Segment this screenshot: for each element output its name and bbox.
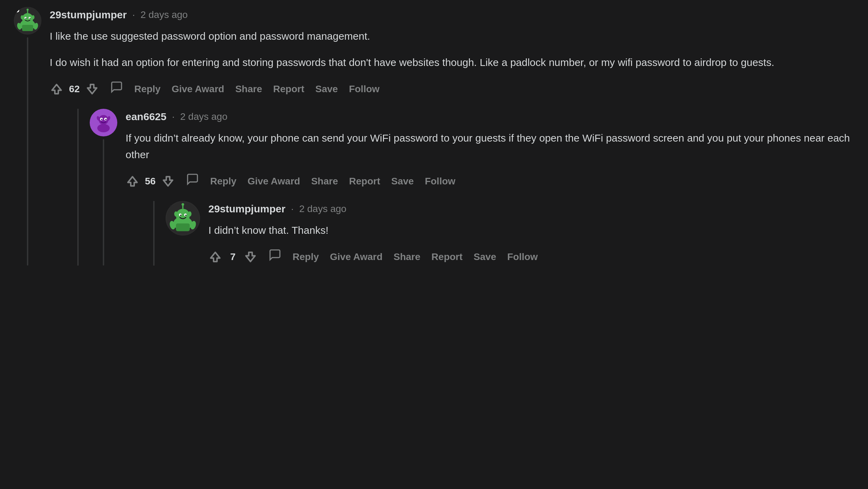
nested-comment: 29stumpjumper · 2 days ago I didn’t know… [153,201,854,266]
svg-point-15 [99,115,108,125]
downvote-button[interactable] [161,174,175,188]
comment-icon [186,173,199,190]
avatar [166,201,200,236]
comment-content: ean6625 · 2 days ago If you didn’t alrea… [126,109,854,266]
downvote-button[interactable] [244,250,257,264]
timestamp: 2 days ago [299,202,346,216]
give-award-button[interactable]: Give Award [247,174,300,188]
timestamp: 2 days ago [180,109,227,124]
comment-header: 29stumpjumper · 2 days ago [208,201,854,217]
svg-point-25 [176,209,190,223]
action-bar: 7 [208,248,854,266]
thread-line [103,139,104,266]
svg-point-10 [32,15,34,19]
comment-thread: 29stumpjumper · 2 days ago I like the us… [0,7,868,266]
svg-point-32 [174,211,178,217]
share-button[interactable]: Share [394,250,421,264]
online-indicator [14,8,20,13]
vote-count: 7 [228,250,238,264]
comment-header: ean6625 · 2 days ago [126,109,854,124]
nested-comment: ean6625 · 2 days ago If you didn’t alrea… [77,109,854,266]
comment-content: 29stumpjumper · 2 days ago I like the us… [50,7,854,266]
username[interactable]: 29stumpjumper [50,7,127,22]
report-button[interactable]: Report [432,250,463,264]
comment-content: 29stumpjumper · 2 days ago I didn’t know… [208,201,854,266]
svg-point-2 [22,13,33,24]
follow-button[interactable]: Follow [507,250,538,264]
online-indicator [166,202,172,207]
give-award-button[interactable]: Give Award [171,82,224,96]
share-button[interactable]: Share [235,82,262,96]
svg-point-29 [185,214,187,216]
avatar [14,7,41,35]
follow-button[interactable]: Follow [425,174,455,188]
comment-left-col [90,109,117,266]
give-award-button[interactable]: Give Award [330,250,383,264]
comment-item: 29stumpjumper · 2 days ago I like the us… [14,7,854,266]
comment-header: 29stumpjumper · 2 days ago [50,7,854,22]
body-paragraph: If you didn’t already know, your phone c… [126,130,854,163]
follow-button[interactable]: Follow [349,82,379,96]
comment-item: ean6625 · 2 days ago If you didn’t alrea… [90,109,854,266]
action-bar: 62 Reply Give Award Share Report Sa [50,80,854,98]
svg-point-31 [181,203,184,206]
upvote-button[interactable] [208,250,222,264]
report-button[interactable]: Report [349,174,380,188]
comment-icon [268,248,282,266]
svg-point-9 [21,15,23,19]
vote-count: 62 [69,82,80,96]
svg-point-8 [27,9,29,11]
vote-group: 56 [126,174,175,189]
reply-button[interactable]: Reply [293,250,319,264]
action-bar: 56 [126,173,854,190]
svg-point-6 [30,18,31,19]
downvote-button[interactable] [85,82,99,96]
reply-button[interactable]: Reply [134,82,160,96]
ean-avatar-svg [90,109,117,136]
svg-point-19 [101,119,102,120]
svg-point-33 [188,211,191,217]
username[interactable]: 29stumpjumper [208,201,285,217]
avatar [90,109,117,136]
share-button[interactable]: Share [311,174,338,188]
svg-point-5 [26,18,27,19]
comment-icon [110,80,123,98]
body-paragraph: I like the use suggested password option… [50,28,854,45]
save-button[interactable]: Save [391,174,414,188]
vote-group: 7 [208,250,257,264]
comment-body: If you didn’t already know, your phone c… [126,130,854,163]
reply-button[interactable]: Reply [210,174,236,188]
body-paragraph: I didn’t know that. Thanks! [208,222,854,239]
svg-rect-11 [22,25,33,31]
timestamp: 2 days ago [140,8,188,22]
upvote-button[interactable] [126,174,139,188]
body-paragraph: I do wish it had an option for entering … [50,54,854,71]
svg-point-16 [97,124,110,132]
comment-item: 29stumpjumper · 2 days ago I didn’t know… [166,201,854,266]
comment-body: I didn’t know that. Thanks! [208,222,854,239]
save-button[interactable]: Save [315,82,338,96]
vote-count: 56 [145,174,156,189]
thread-line [27,37,28,266]
comment-left-col [166,201,200,266]
save-button[interactable]: Save [474,250,496,264]
vote-group: 62 [50,82,99,96]
svg-rect-34 [176,223,190,231]
report-button[interactable]: Report [273,82,304,96]
username[interactable]: ean6625 [126,109,166,124]
comment-body: I like the use suggested password option… [50,28,854,71]
svg-point-20 [105,119,107,120]
upvote-button[interactable] [50,82,63,96]
comment-left-col [14,7,41,266]
svg-point-28 [180,214,181,216]
